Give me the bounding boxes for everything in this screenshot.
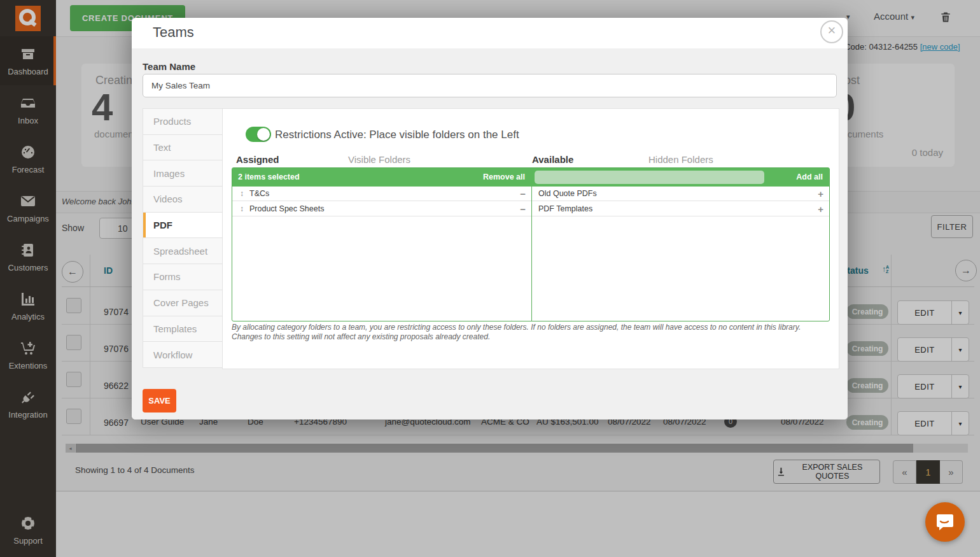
tab-workflow[interactable]: Workflow [143,342,223,367]
assigned-folder-row[interactable]: ↕ T&Cs − [232,187,531,201]
folder-label: PDF Templates [538,204,592,213]
tab-text[interactable]: Text [143,135,223,161]
folder-label: Product Spec Sheets [249,204,324,213]
folder-label: Old Quote PDFs [538,189,597,198]
tab-templates[interactable]: Templates [143,316,223,342]
modal-tab-list: Products Text Images Videos PDF Spreadsh… [143,108,223,368]
team-name-input[interactable] [143,74,837,97]
modal-title: Teams [153,24,194,41]
assigned-folder-row[interactable]: ↕ Product Spec Sheets − [232,202,531,216]
remove-item-icon[interactable]: − [520,204,526,215]
app-screen: CREATE DOCUMENT ▾ Account ▾ Support Code… [0,0,980,557]
folder-picker: 2 items selected Remove all Add all ↕ T&… [232,167,830,321]
tab-cover-pages[interactable]: Cover Pages [143,290,223,316]
restrictions-footnote: By allocating category folders to a team… [232,323,825,341]
tab-pdf[interactable]: PDF [143,213,223,239]
add-item-icon[interactable]: + [818,188,823,199]
selected-count: 2 items selected [238,173,300,181]
restrictions-toggle-label: Restrictions Active: Place visible folde… [275,129,519,141]
available-folder-row[interactable]: PDF Templates + [532,202,829,216]
remove-item-icon[interactable]: − [520,188,526,199]
team-name-label: Team Name [143,61,195,72]
tab-images[interactable]: Images [143,160,223,187]
restrictions-toggle[interactable] [246,127,271,142]
drag-handle-icon[interactable]: ↕ [240,189,244,198]
available-folder-row[interactable]: Old Quote PDFs + [532,187,829,201]
tab-products[interactable]: Products [143,109,223,135]
drag-handle-icon[interactable]: ↕ [240,204,244,213]
toggle-knob [257,128,270,141]
close-icon[interactable]: × [820,20,843,43]
folder-search-input[interactable] [535,171,764,184]
remove-all-button[interactable]: Remove all [483,173,525,181]
modal-body: Team Name Products Text Images Videos PD… [132,48,848,420]
teams-modal: Teams × Team Name Products Text Images V… [132,18,848,420]
add-all-button[interactable]: Add all [796,173,823,181]
chat-bubble-icon [935,512,955,532]
modal-header: Teams × [132,18,848,49]
pdf-tab-panel: Restrictions Active: Place visible folde… [222,108,839,369]
tab-spreadsheet[interactable]: Spreadsheet [143,238,223,264]
chat-launcher-button[interactable] [925,502,965,542]
tab-videos[interactable]: Videos [143,187,223,213]
assigned-header: Assigned [236,154,279,165]
save-button[interactable]: SAVE [143,389,176,412]
folder-label: T&Cs [249,189,269,198]
add-item-icon[interactable]: + [818,204,823,215]
hidden-folders-header: Hidden Folders [648,154,713,165]
visible-folders-header: Visible Folders [348,154,410,165]
picker-header: 2 items selected Remove all Add all [232,168,829,187]
tab-forms[interactable]: Forms [143,264,223,290]
available-header: Available [532,154,573,165]
